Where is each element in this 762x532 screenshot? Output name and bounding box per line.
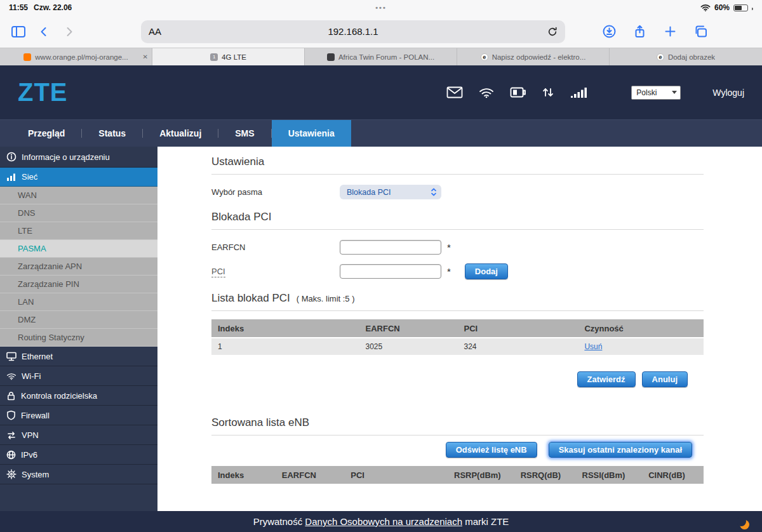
page-title: Ustawienia	[211, 156, 704, 168]
url-text: 192.168.1.1	[141, 26, 565, 37]
divider	[211, 174, 704, 175]
logout-link[interactable]: Wyloguj	[712, 88, 744, 98]
earfcn-input[interactable]	[340, 240, 441, 255]
add-button[interactable]: Dodaj	[465, 263, 508, 279]
language-select[interactable]: Polski	[631, 86, 681, 100]
electroda-favicon: e	[481, 53, 488, 61]
address-bar[interactable]: AA 192.168.1.1	[141, 20, 565, 43]
pci-table-header: Indeks EARFCN PCI Czynność	[211, 319, 704, 338]
sidebar-item-routing-statyczny[interactable]: Routing Statyczny	[0, 329, 157, 347]
nav-przeglad[interactable]: Przegląd	[11, 120, 81, 147]
nav-status[interactable]: Status	[82, 120, 142, 147]
sidebar-item-dmz[interactable]: DMZ	[0, 311, 157, 329]
screen: 11:55 Czw. 22.06 ••• 60% AA 192.16	[0, 0, 762, 532]
sidebar-item-kontrola-rodzicielska[interactable]: Kontrola rodzicielska	[0, 386, 157, 406]
refresh-enb-button[interactable]: Odśwież listę eNB	[446, 442, 537, 458]
divider	[211, 435, 704, 436]
traffic-arrows-icon	[541, 86, 555, 98]
ethernet-icon	[6, 352, 17, 361]
shield-icon	[6, 410, 16, 420]
orange-favicon	[23, 53, 31, 61]
sidebar-item-dns[interactable]: DNS	[0, 204, 157, 222]
tab-orange[interactable]: www.orange.pl/moj-orange... ✕	[0, 48, 152, 65]
divider	[211, 229, 704, 230]
reload-icon[interactable]	[547, 27, 558, 37]
nav-sms[interactable]: SMS	[218, 120, 271, 147]
sim-icon	[510, 87, 526, 98]
globe-icon	[6, 450, 16, 460]
wifi-icon	[478, 86, 495, 98]
enb-table: Indeks EARFCN PCI RSRP(dBm) RSRQ(dB) RSS…	[211, 466, 704, 485]
sidebar-item-zarzadzanie-pin[interactable]: Zarządzanie PIN	[0, 276, 157, 293]
privacy-text: Prywatność Danych Osobowych na urzadzeni…	[253, 516, 509, 527]
nav-ustawienia[interactable]: Ustawienia	[272, 120, 351, 147]
required-mark: *	[447, 242, 451, 253]
divider	[211, 310, 704, 311]
sidebar-item-system[interactable]: System	[0, 465, 157, 484]
caret-down-icon	[672, 91, 677, 94]
wifi-icon	[6, 372, 17, 380]
zte-header: ZTE Polski Wyloguj	[0, 65, 762, 119]
new-tab-icon[interactable]	[662, 24, 678, 39]
delete-link[interactable]: Usuń	[584, 342, 602, 351]
page-footer: Prywatność Danych Osobowych na urzadzeni…	[0, 511, 762, 532]
home-indicator-dots: •••	[199, 4, 563, 11]
messages-icon	[446, 86, 463, 98]
nav-aktualizuj[interactable]: Aktualizuj	[143, 120, 218, 147]
gear-icon	[6, 469, 17, 479]
sidebar-item-firewall[interactable]: Firewall	[0, 406, 157, 425]
sidebar-item-lte[interactable]: LTE	[0, 222, 157, 240]
share-icon[interactable]	[631, 24, 648, 39]
select-chevrons-icon	[431, 187, 437, 197]
earfcn-label: EARFCN	[211, 243, 340, 252]
apply-button[interactable]: Zatwierdź	[577, 371, 636, 387]
tab-napisz-odpowiedz[interactable]: e Napisz odpowiedź - elektro...	[457, 48, 610, 65]
tab-4g-lte[interactable]: 1 4G LTE	[152, 48, 305, 65]
sidebar-item-pasma[interactable]: PASMA	[0, 240, 157, 258]
sidebar-item-ipv6[interactable]: IPv6	[0, 445, 157, 465]
network-bars-icon	[6, 173, 17, 182]
battery-tip	[752, 8, 753, 10]
forum-favicon	[327, 53, 335, 61]
sidebar-item-siec[interactable]: Sieć	[0, 168, 157, 187]
tab-africa-twin-forum[interactable]: Africa Twin Forum - POLAN...	[305, 48, 457, 65]
sidebar-item-wifi[interactable]: Wi-Fi	[0, 366, 157, 386]
sidebar-item-device-info[interactable]: Informacje o urządzeniu	[0, 147, 157, 168]
forward-icon[interactable]	[61, 24, 77, 39]
reader-button[interactable]: AA	[149, 26, 161, 37]
sidebar-item-wan[interactable]: WAN	[0, 187, 157, 204]
pci-list-title: Lista blokad PCI( Maks. limit :5 )	[211, 292, 704, 305]
required-mark: *	[447, 266, 451, 277]
downloads-icon[interactable]	[601, 24, 617, 39]
pci-label: PCI	[211, 267, 340, 276]
sidebar-toggle-icon[interactable]	[10, 24, 27, 39]
enb-table-header: Indeks EARFCN PCI RSRP(dBm) RSRQ(dB) RSS…	[211, 466, 704, 485]
lock-icon	[6, 391, 16, 401]
safari-toolbar: AA 192.168.1.1	[0, 15, 762, 48]
main-content: Ustawienia Wybór pasma Blokada PCI Bloka…	[157, 147, 762, 511]
tab-close-icon[interactable]: ✕	[143, 48, 148, 65]
sidebar-item-vpn[interactable]: VPN	[0, 425, 157, 445]
pci-table-row: 1 3025 324 Usuń	[211, 338, 704, 355]
signal-bars-icon	[570, 86, 588, 98]
date: Czw. 22.06	[34, 3, 72, 12]
back-icon[interactable]	[36, 24, 52, 39]
sidebar-item-ethernet[interactable]: Ethernet	[0, 347, 157, 366]
pci-input[interactable]	[340, 264, 441, 279]
battery-icon	[733, 4, 748, 11]
crescent-icon	[740, 520, 749, 529]
main-nav: Przegląd Status Aktualizuj SMS Ustawieni…	[0, 119, 762, 147]
sidebar-item-zarzadzanie-apn[interactable]: Zarządzanie APN	[0, 258, 157, 276]
band-select[interactable]: Blokada PCI	[340, 185, 441, 199]
sidebar-item-lan[interactable]: LAN	[0, 293, 157, 311]
cancel-button[interactable]: Anuluj	[642, 371, 688, 387]
tab-dodaj-obrazek[interactable]: e Dodaj obrazek	[610, 48, 762, 65]
tabs-overview-icon[interactable]	[692, 24, 709, 39]
clear-last-channel-button[interactable]: Skasuj ostatni znaleziony kanał	[549, 442, 692, 458]
pci-section-title: Blokada PCI	[211, 211, 704, 223]
privacy-link[interactable]: Danych Osobowych na urzadzeniach	[305, 516, 462, 527]
router-favicon: 1	[210, 53, 218, 61]
pci-block-table: Indeks EARFCN PCI Czynność 1 3025 324 Us…	[211, 319, 704, 355]
ios-status-bar: 11:55 Czw. 22.06 ••• 60%	[0, 0, 762, 15]
pci-list-limit: ( Maks. limit :5 )	[297, 294, 355, 303]
